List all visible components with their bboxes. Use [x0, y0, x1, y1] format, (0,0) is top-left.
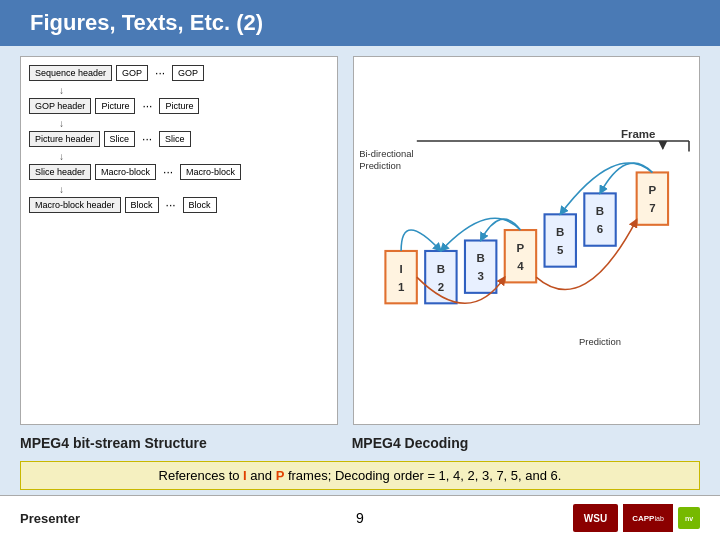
struct-row-3: Picture header Slice ··· Slice [29, 131, 329, 147]
reference-bar: References to I and P frames; Decoding o… [20, 461, 700, 490]
svg-text:5: 5 [557, 244, 564, 256]
left-diagram-label: MPEG4 bit-stream Structure [20, 435, 337, 451]
block-2: Block [183, 197, 217, 213]
page-number: 9 [247, 510, 474, 526]
capp-logo: CAPPlab [623, 504, 673, 532]
dots-3: ··· [139, 132, 155, 146]
svg-rect-13 [465, 241, 496, 293]
wsu-logo: WSU [573, 504, 618, 532]
svg-text:P: P [516, 242, 524, 254]
arrow-1: ↓ [59, 85, 329, 96]
seq-header: Sequence header [29, 65, 112, 81]
picture-1: Picture [95, 98, 135, 114]
arrow-3: ↓ [59, 151, 329, 162]
mb-2: Macro-block [180, 164, 241, 180]
diagram-labels: MPEG4 bit-stream Structure MPEG4 Decodin… [0, 430, 720, 456]
slice-1: Slice [104, 131, 136, 147]
slide: Figures, Texts, Etc. (2) Sequence header… [0, 0, 720, 540]
svg-text:B: B [595, 205, 603, 217]
svg-rect-25 [636, 172, 667, 224]
gop-header: GOP header [29, 98, 91, 114]
right-diagram-label: MPEG4 Decoding [352, 435, 700, 451]
svg-rect-16 [504, 230, 535, 282]
block-1: Block [125, 197, 159, 213]
svg-text:B: B [436, 263, 444, 275]
svg-rect-19 [544, 214, 575, 266]
arrow-4: ↓ [59, 184, 329, 195]
footer: Presenter 9 WSU CAPPlab nv [0, 495, 720, 540]
struct-row-2: GOP header Picture ··· Picture [29, 98, 329, 114]
picture-2: Picture [159, 98, 199, 114]
svg-rect-7 [385, 251, 416, 303]
svg-text:Prediction: Prediction [579, 336, 621, 347]
decoding-svg: Frame Bi-directional Prediction Predicti… [354, 57, 699, 424]
slice-header: Slice header [29, 164, 91, 180]
svg-text:3: 3 [477, 270, 483, 282]
svg-text:I: I [399, 263, 402, 275]
ref-i: I [243, 468, 247, 483]
svg-text:B: B [476, 252, 484, 264]
presenter-label: Presenter [20, 511, 247, 526]
dots-5: ··· [163, 198, 179, 212]
slide-title: Figures, Texts, Etc. (2) [0, 0, 720, 46]
bitstream-diagram: Sequence header GOP ··· GOP ↓ GOP header… [20, 56, 338, 425]
svg-text:1: 1 [397, 281, 404, 293]
struct-row-4: Slice header Macro-block ··· Macro-block [29, 164, 329, 180]
svg-rect-10 [425, 251, 456, 303]
logo-area: WSU CAPPlab nv [473, 504, 700, 532]
svg-text:P: P [648, 184, 656, 196]
nvidia-logo: nv [678, 507, 700, 529]
svg-text:Frame: Frame [620, 128, 655, 140]
svg-text:Prediction: Prediction [359, 160, 401, 171]
ref-p: P [276, 468, 285, 483]
svg-text:Bi-directional: Bi-directional [359, 148, 413, 159]
dots-4: ··· [160, 165, 176, 179]
svg-text:4: 4 [517, 260, 524, 272]
gop-2: GOP [172, 65, 204, 81]
svg-text:7: 7 [649, 202, 655, 214]
picture-header: Picture header [29, 131, 100, 147]
struct-row-5: Macro-block header Block ··· Block [29, 197, 329, 213]
svg-rect-22 [584, 193, 615, 245]
title-text: Figures, Texts, Etc. (2) [30, 10, 263, 35]
mb-header: Macro-block header [29, 197, 121, 213]
mb-1: Macro-block [95, 164, 156, 180]
dots-2: ··· [139, 99, 155, 113]
gop-1: GOP [116, 65, 148, 81]
decoding-diagram: Frame Bi-directional Prediction Predicti… [353, 56, 700, 425]
svg-text:B: B [556, 226, 564, 238]
svg-text:2: 2 [437, 281, 443, 293]
dots-1: ··· [152, 66, 168, 80]
content-area: Sequence header GOP ··· GOP ↓ GOP header… [0, 46, 720, 430]
slice-2: Slice [159, 131, 191, 147]
svg-text:6: 6 [596, 223, 602, 235]
arrow-2: ↓ [59, 118, 329, 129]
struct-row-1: Sequence header GOP ··· GOP [29, 65, 329, 81]
